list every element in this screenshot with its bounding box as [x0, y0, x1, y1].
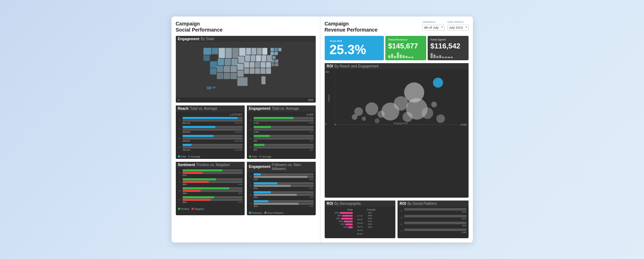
- svg-rect-18: [218, 59, 224, 66]
- engagement-header-bold: Engagement: [249, 107, 271, 110]
- engagement-followers-chart: Engagement Followers vs. Non-followers f…: [247, 162, 316, 215]
- svg-point-62: [375, 118, 380, 123]
- svg-rect-10: [257, 48, 262, 55]
- svg-point-70: [433, 78, 443, 88]
- map-header: Engagement By State: [176, 36, 316, 42]
- svg-rect-22: [245, 55, 250, 62]
- bottom-charts-row: Sentiment Positive vs. Negative f 67% t: [176, 162, 316, 215]
- svg-rect-53: [207, 87, 212, 90]
- svg-rect-52: [238, 77, 248, 86]
- svg-rect-49: [272, 63, 275, 66]
- svg-rect-34: [250, 62, 255, 68]
- svg-rect-4: [219, 48, 225, 58]
- svg-point-69: [436, 114, 445, 123]
- svg-rect-30: [224, 66, 230, 72]
- us-map-svg: [179, 44, 312, 95]
- svg-rect-39: [275, 60, 278, 63]
- eng-bar-row-in: in 945577: [249, 135, 314, 142]
- bubble-chart-wrapper: 2M Reach 0: [325, 69, 469, 127]
- svg-rect-26: [267, 55, 272, 62]
- spent-value: $116,542: [431, 42, 466, 50]
- timeperiod-dropdown-group: TIME PERIOD July 2013: [447, 21, 469, 30]
- reach-engagement-row: Reach Total vs. Average 1,270,957 f 600,…: [176, 105, 316, 159]
- svg-rect-7: [239, 48, 246, 56]
- bubble-plot-area: Engagement 6,000 0: [333, 69, 469, 127]
- engagement-total-label: 3,306: [249, 113, 314, 116]
- eng-legend-avg: Average: [262, 155, 271, 158]
- sentiment-legend-neg: Negative: [194, 208, 205, 210]
- svg-rect-25: [262, 55, 267, 62]
- left-panel-title: Campaign Social Performance: [176, 21, 316, 33]
- svg-rect-28: [210, 68, 217, 75]
- eng-bar-row-sq: □ 645610: [249, 144, 314, 151]
- svg-rect-37: [266, 62, 271, 68]
- reach-icon-sq: □: [178, 146, 182, 149]
- svg-rect-40: [217, 73, 224, 79]
- svg-rect-14: [278, 48, 282, 52]
- bubble-x-min: 0: [335, 123, 336, 126]
- reach-icon-f: f: [178, 119, 182, 122]
- svg-rect-8: [246, 48, 251, 55]
- left-panel: Campaign Social Performance Engagement B…: [171, 17, 320, 242]
- engagement-map-section: Engagement By State: [176, 36, 316, 103]
- social-platform-section: ROI By Social Platform f 37% t: [398, 201, 469, 238]
- timeperiod-label: TIME PERIOD: [447, 21, 469, 23]
- eng-bar-row-t: t 1,002977: [249, 126, 314, 133]
- reach-icon-in: in: [178, 137, 182, 140]
- revenue-label: Total Revenue: [388, 38, 423, 41]
- right-panel: Campaign Revenue Performance CAMPAIGN 4t…: [320, 17, 473, 242]
- svg-rect-36: [260, 62, 265, 68]
- dashboard: Campaign Social Performance Engagement B…: [171, 17, 473, 242]
- sentiment-legend-pos: Positive: [181, 208, 190, 210]
- svg-rect-23: [250, 55, 255, 62]
- reach-legend-total: Total: [181, 155, 186, 158]
- svg-rect-11: [262, 48, 267, 55]
- roi-value: 25.3%: [330, 43, 379, 57]
- svg-point-71: [404, 83, 424, 103]
- demographic-age-labels: 17-47 18-24 25-34 35-44 45-54 55-64: [354, 214, 365, 237]
- reach-total-label: 1,270,957: [178, 113, 243, 116]
- bubble-y-axis: 2M Reach 0: [325, 69, 333, 127]
- svg-rect-19: [225, 59, 231, 66]
- svg-rect-15: [271, 52, 274, 56]
- svg-rect-5: [226, 48, 232, 58]
- campaign-label: CAMPAIGN: [422, 21, 445, 23]
- svg-rect-2: [212, 48, 218, 55]
- reach-bar-row-sq: □ 100,344115,965: [178, 144, 243, 151]
- reach-icon-t: t: [178, 128, 182, 131]
- timeperiod-select[interactable]: July 2013: [447, 25, 469, 30]
- eng-followers-body: f 12%90% t 40%62%: [247, 172, 316, 211]
- campaign-select[interactable]: 4th of July: [422, 25, 445, 30]
- svg-point-59: [362, 117, 366, 121]
- kpi-roi-card: Total ROI 25.3%: [325, 36, 384, 61]
- sentiment-chart: Sentiment Positive vs. Negative f 67% t: [176, 162, 245, 215]
- reach-chart: Reach Total vs. Average 1,270,957 f 600,…: [176, 105, 245, 159]
- svg-rect-17: [210, 61, 217, 68]
- svg-rect-20: [231, 59, 238, 66]
- kpi-spent-card: Total Spent $116,542: [428, 36, 469, 61]
- kpi-revenue-card: Total Revenue $145,677: [385, 36, 426, 61]
- svg-point-64: [394, 96, 408, 110]
- demographic-body: Male 35% 28% 32%: [325, 207, 396, 238]
- timeperiod-dropdown-wrapper[interactable]: July 2013: [447, 24, 469, 30]
- svg-rect-33: [244, 62, 249, 68]
- svg-rect-16: [274, 52, 278, 56]
- map-legend-min: 0: [178, 98, 180, 102]
- campaign-dropdown-wrapper[interactable]: 4th of July: [422, 24, 445, 30]
- svg-rect-27: [272, 56, 276, 59]
- eng-legend-total: Total: [252, 155, 257, 158]
- svg-rect-41: [224, 73, 230, 79]
- dropdowns: CAMPAIGN 4th of July TIME PERIOD July 20…: [422, 21, 469, 30]
- engagement-header-light: Total vs. Average: [272, 107, 299, 110]
- svg-rect-50: [275, 63, 278, 66]
- svg-point-60: [365, 103, 378, 116]
- follower-legend: Followers: [252, 212, 263, 214]
- reach-bar-row-in: in 339,867298,763: [178, 135, 243, 142]
- map-header-light: By State: [201, 37, 215, 41]
- reach-chart-body: 1,270,957 f 600,342543,571 t: [176, 112, 245, 154]
- svg-point-58: [354, 107, 363, 116]
- campaign-dropdown-group: CAMPAIGN 4th of July: [422, 21, 445, 30]
- map-header-bold: Engagement: [178, 37, 199, 41]
- svg-rect-24: [256, 55, 261, 62]
- demographic-male-col: Male 35% 28% 32%: [326, 208, 354, 237]
